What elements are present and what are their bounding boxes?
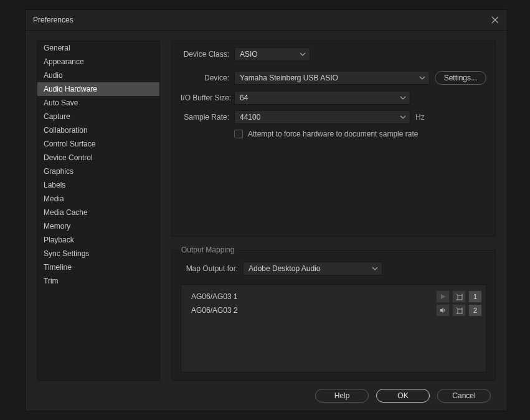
map-output-label: Map Output for: [181,264,238,273]
ok-button[interactable]: OK [376,389,430,403]
sidebar-item-memory[interactable]: Memory [37,219,159,233]
device-class-dropdown[interactable]: ASIO [234,47,310,61]
channel-number-button[interactable]: 2 [468,304,482,317]
sidebar-item-audio-hardware[interactable]: Audio Hardware [37,82,159,96]
sample-rate-label: Sample Rate: [181,113,229,122]
device-class-label: Device Class: [181,50,229,59]
output-mapping-list: AG06/AG03 11AG06/AG03 22 [181,284,486,373]
sidebar-item-timeline[interactable]: Timeline [37,260,159,274]
force-sample-rate-label: Attempt to force hardware to document sa… [248,130,418,138]
chevron-down-icon [400,114,406,120]
sidebar-item-capture[interactable]: Capture [37,110,159,123]
chevron-down-icon [300,51,306,57]
map-output-dropdown[interactable]: Adobe Desktop Audio [243,262,382,275]
map-output-value: Adobe Desktop Audio [248,264,320,273]
sidebar-item-auto-save[interactable]: Auto Save [37,96,159,110]
titlebar: Preferences [26,10,507,31]
output-row: AG06/AG03 22 [185,303,482,317]
output-row-name: AG06/AG03 1 [185,292,433,301]
sidebar-item-trim[interactable]: Trim [37,274,159,288]
sidebar-item-media[interactable]: Media [37,192,159,206]
sidebar-item-device-control[interactable]: Device Control [37,151,159,165]
output-mapping-legend: Output Mapping [179,246,237,254]
output-row-name: AG06/AG03 2 [185,306,433,315]
device-class-value: ASIO [240,50,258,59]
chevron-down-icon [419,75,425,81]
sidebar-item-collaboration[interactable]: Collaboration [37,123,159,137]
channel-number-button[interactable]: 1 [468,290,482,303]
sample-rate-value: 44100 [240,113,260,122]
chevron-down-icon [400,95,406,101]
output-mapping-panel: Output Mapping Map Output for: Adobe Des… [171,246,496,381]
device-value: Yamaha Steinberg USB ASIO [240,74,338,82]
speaker-icon[interactable] [436,304,450,317]
device-label: Device: [181,74,229,82]
sidebar-item-labels[interactable]: Labels [37,178,159,192]
main-panel: Device Class: ASIO Device: Yamaha Steinb… [171,41,496,381]
sidebar-item-appearance[interactable]: Appearance [37,55,159,69]
close-icon[interactable] [491,16,499,24]
dialog-footer: Help OK Cancel [26,381,507,411]
sidebar-item-sync-settings[interactable]: Sync Settings [37,247,159,260]
chevron-down-icon [372,265,378,272]
buffer-size-value: 64 [240,93,248,102]
force-sample-rate-checkbox[interactable] [234,130,243,138]
sidebar-item-graphics[interactable]: Graphics [37,165,159,178]
dialog-title: Preferences [33,16,73,24]
sidebar-item-media-cache[interactable]: Media Cache [37,206,159,219]
play-icon[interactable] [436,290,450,303]
output-row: AG06/AG03 11 [185,290,482,303]
hardware-panel: Device Class: ASIO Device: Yamaha Steinb… [171,41,496,237]
svg-rect-3 [458,309,462,313]
crop-icon[interactable] [452,290,466,303]
sample-rate-unit: Hz [415,113,425,122]
sidebar-item-control-surface[interactable]: Control Surface [37,137,159,151]
category-sidebar: GeneralAppearanceAudioAudio HardwareAuto… [37,41,160,381]
sample-rate-dropdown[interactable]: 44100 [234,110,410,124]
sidebar-item-playback[interactable]: Playback [37,233,159,247]
buffer-size-dropdown[interactable]: 64 [234,91,410,105]
svg-rect-2 [458,295,462,300]
preferences-dialog: Preferences GeneralAppearanceAudioAudio … [25,9,508,411]
sidebar-item-general[interactable]: General [37,41,159,55]
sidebar-item-audio[interactable]: Audio [37,69,159,82]
device-dropdown[interactable]: Yamaha Steinberg USB ASIO [234,71,430,85]
buffer-size-label: I/O Buffer Size: [181,93,229,102]
help-button[interactable]: Help [315,389,369,403]
cancel-button[interactable]: Cancel [437,389,491,403]
settings-button[interactable]: Settings... [435,71,486,85]
crop-icon[interactable] [452,304,466,317]
